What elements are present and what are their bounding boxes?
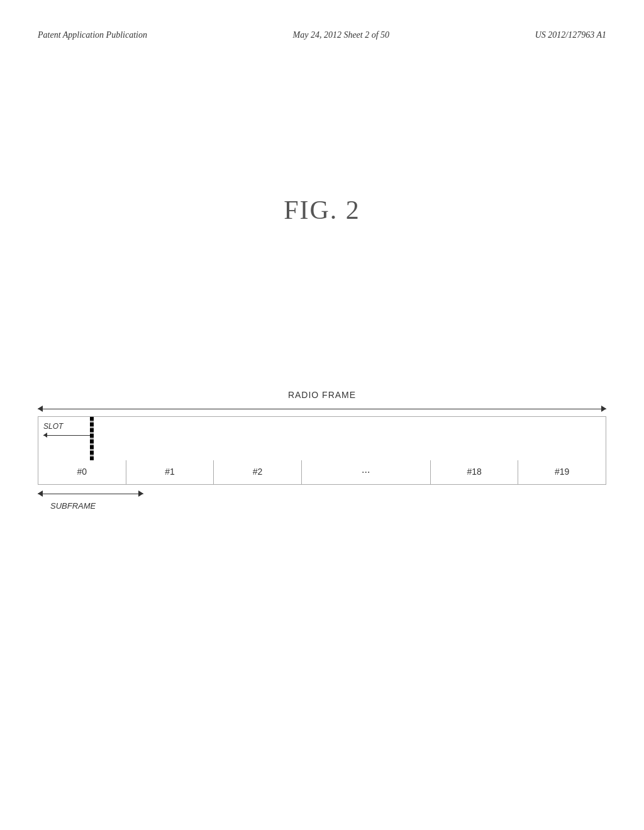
header-date-sheet: May 24, 2012 Sheet 2 of 50 [293,30,390,40]
radio-frame-arrow-right [601,406,606,412]
header-patent-number: US 2012/127963 A1 [535,30,606,40]
slot-arrow-line [43,435,94,436]
cell-2: #2 [214,460,302,484]
radio-frame-label: RADIO FRAME [38,390,606,400]
subframe-arrow-left [38,490,43,497]
subframe-label-row: SUBFRAME [38,501,606,511]
slot-arrow-left [43,433,47,438]
page: Patent Application Publication May 24, 2… [0,0,644,830]
radio-frame-arrow-left [38,406,43,412]
radio-frame-arrow [38,402,606,415]
slot-divider-line [90,417,94,460]
radio-frame-arrow-line [38,409,606,409]
subframe-arrow [38,487,143,500]
diagram-area: RADIO FRAME SLOT #0 #1 #2 [38,390,606,511]
slot-indicator: SLOT [43,422,94,440]
page-header: Patent Application Publication May 24, 2… [38,30,606,40]
slot-label: SLOT [43,422,63,431]
cell-19: #19 [518,460,606,484]
cells-row: #0 #1 #2 ··· #18 #19 [38,460,606,485]
frame-box: SLOT [38,416,606,460]
subframe-label: SUBFRAME [50,501,96,511]
figure-title: FIG. 2 [284,195,360,225]
slot-arrow [43,431,94,440]
cell-dots: ··· [302,460,431,484]
cell-1: #1 [126,460,214,484]
cell-0: #0 [38,460,126,484]
cell-18: #18 [431,460,519,484]
header-publication-label: Patent Application Publication [38,30,147,40]
subframe-arrow-line [38,494,143,494]
subframe-arrow-right [138,490,143,497]
